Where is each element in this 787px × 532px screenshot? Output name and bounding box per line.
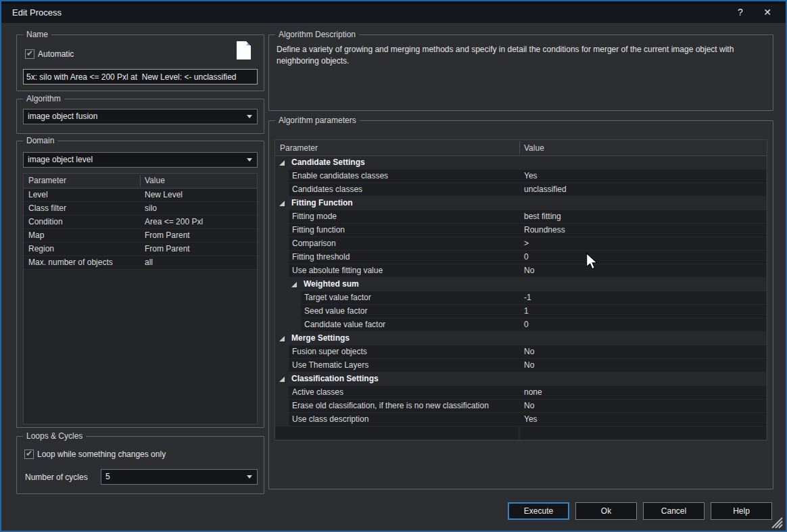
automatic-checkbox-row[interactable]: ✔ Automatic (25, 49, 74, 59)
parameter-value[interactable]: unclassified (524, 183, 567, 196)
domain-table-row[interactable]: MapFrom Parent (24, 229, 257, 243)
parameter-value[interactable]: No (524, 345, 534, 358)
parameter-name: Enable candidates classes (292, 170, 388, 183)
domain-param-cell: Region (28, 243, 54, 256)
algorithm-description-group: Algorithm Description Define a variety o… (268, 34, 773, 111)
number-of-cycles-combobox[interactable]: 5 (101, 469, 258, 485)
parameter-name: Fitting function (292, 224, 345, 237)
chevron-down-icon (247, 115, 252, 118)
parameter-group-row[interactable]: Weighted sum (275, 278, 767, 291)
parameter-group-title: Weighted sum (304, 278, 359, 291)
parameter-group-row[interactable]: Classification Settings (275, 372, 767, 386)
domain-param-cell: Max. number of objects (28, 256, 113, 269)
loop-checkbox-row[interactable]: ✔ Loop while something changes only (24, 450, 166, 459)
parameter-row[interactable]: Use class descriptionYes (275, 413, 767, 427)
loop-checkbox[interactable]: ✔ (24, 450, 34, 459)
parameter-value[interactable]: -1 (524, 291, 531, 304)
parameters-col-parameter: Parameter (280, 143, 318, 153)
domain-param-cell: Condition (28, 216, 63, 228)
parameter-row[interactable]: Fitting threshold0 (275, 251, 767, 264)
domain-table-row[interactable]: RegionFrom Parent (24, 243, 257, 256)
titlebar[interactable]: Edit Process ? ✕ (1, 1, 786, 23)
parameter-row[interactable]: Active classesnone (275, 386, 767, 400)
parameter-row[interactable]: Candidate value factor0 (275, 318, 767, 332)
domain-param-cell: Class filter (28, 202, 66, 215)
parameter-row[interactable]: Candidates classesunclassified (275, 183, 767, 197)
ok-button[interactable]: Ok (575, 502, 637, 520)
expander-icon[interactable] (279, 201, 285, 206)
parameter-row[interactable]: Fitting modebest fitting (275, 210, 767, 224)
parameter-name: Erase old classification, if there is no… (292, 400, 489, 412)
parameter-value[interactable]: none (524, 386, 542, 399)
domain-value-cell: silo (145, 202, 157, 215)
resize-grip[interactable] (769, 516, 783, 529)
parameter-value[interactable]: 1 (524, 305, 529, 318)
parameter-group-row[interactable]: Merge Settings (275, 332, 767, 345)
parameter-value[interactable]: Yes (524, 170, 538, 183)
algorithm-group-label: Algorithm (23, 94, 64, 103)
domain-value-cell: From Parent (145, 243, 190, 256)
footer-button-row: ExecuteOkCancelHelp (1, 502, 772, 520)
parameter-name: Active classes (292, 386, 343, 399)
parameters-table: Parameter Value Candidate SettingsEnable… (275, 139, 767, 441)
domain-value-cell: From Parent (145, 229, 190, 242)
parameter-row[interactable]: Use absolute fitting valueNo (275, 264, 767, 278)
domain-group-label: Domain (23, 136, 57, 145)
parameter-group-row[interactable]: Candidate Settings (275, 156, 767, 170)
parameter-row[interactable]: Comparison> (275, 237, 767, 251)
parameter-name: Use Thematic Layers (292, 359, 368, 372)
execute-button[interactable]: Execute (508, 502, 569, 520)
domain-table-row[interactable]: LevelNew Level (24, 189, 257, 202)
close-icon[interactable]: ✕ (757, 5, 778, 20)
domain-table-row[interactable]: Max. number of objectsall (24, 256, 257, 270)
parameter-group-row[interactable]: Fitting Function (275, 197, 767, 210)
domain-param-cell: Level (28, 189, 48, 201)
expander-icon[interactable] (279, 160, 285, 166)
empty-row[interactable] (275, 427, 767, 440)
parameter-value[interactable]: > (524, 237, 529, 250)
parameter-name: Comparison (292, 237, 336, 250)
parameter-value[interactable]: Yes (524, 413, 538, 426)
parameter-value[interactable]: 0 (524, 318, 529, 331)
help-button[interactable]: Help (711, 502, 772, 520)
column-divider (519, 141, 520, 154)
automatic-checkbox[interactable]: ✔ (25, 49, 34, 59)
parameter-row[interactable]: Target value factor-1 (275, 291, 767, 305)
parameter-value[interactable]: No (524, 264, 534, 277)
parameter-row[interactable]: Erase old classification, if there is no… (275, 400, 767, 413)
process-name-input[interactable] (23, 69, 258, 84)
parameter-value[interactable]: 0 (524, 251, 529, 264)
expander-icon[interactable] (279, 377, 285, 382)
parameters-table-body: Candidate SettingsEnable candidates clas… (275, 156, 767, 440)
parameter-row[interactable]: Fusion super objectsNo (275, 345, 767, 359)
parameter-row[interactable]: Seed value factor1 (275, 305, 767, 318)
parameter-value[interactable]: best fitting (524, 210, 561, 223)
description-group-label: Algorithm Description (275, 30, 359, 39)
empty-cell (520, 427, 766, 439)
domain-param-cell: Map (28, 229, 44, 242)
parameter-value[interactable]: Roundness (524, 224, 565, 237)
parameter-row[interactable]: Use Thematic LayersNo (275, 359, 767, 372)
loops-cycles-group: Loops & Cycles ✔ Loop while something ch… (16, 436, 264, 494)
expander-icon[interactable] (291, 282, 297, 287)
help-icon[interactable]: ? (730, 5, 750, 20)
parameter-value[interactable]: No (524, 400, 534, 412)
domain-table-row[interactable]: Class filtersilo (24, 202, 257, 216)
expander-icon[interactable] (279, 336, 285, 341)
parameter-name: Use absolute fitting value (292, 264, 383, 277)
cancel-button[interactable]: Cancel (643, 502, 705, 520)
domain-col-value: Value (145, 176, 165, 185)
loop-label: Loop while something changes only (37, 450, 166, 459)
algorithm-parameters-group: Algorithm parameters Parameter Value Can… (268, 120, 773, 489)
parameter-value[interactable]: No (524, 359, 534, 372)
algorithm-dropdown[interactable]: image object fusion (23, 109, 258, 124)
parameter-name: Target value factor (304, 291, 371, 304)
parameter-name: Fusion super objects (292, 345, 367, 358)
parameter-row[interactable]: Enable candidates classesYes (275, 170, 767, 183)
parameter-row[interactable]: Fitting functionRoundness (275, 224, 767, 237)
domain-dropdown-value: image object level (28, 155, 93, 164)
domain-value-cell: New Level (145, 189, 183, 201)
number-of-cycles-value: 5 (105, 472, 110, 481)
domain-table-row[interactable]: ConditionArea <= 200 Pxl (24, 216, 257, 229)
domain-dropdown[interactable]: image object level (23, 152, 258, 168)
